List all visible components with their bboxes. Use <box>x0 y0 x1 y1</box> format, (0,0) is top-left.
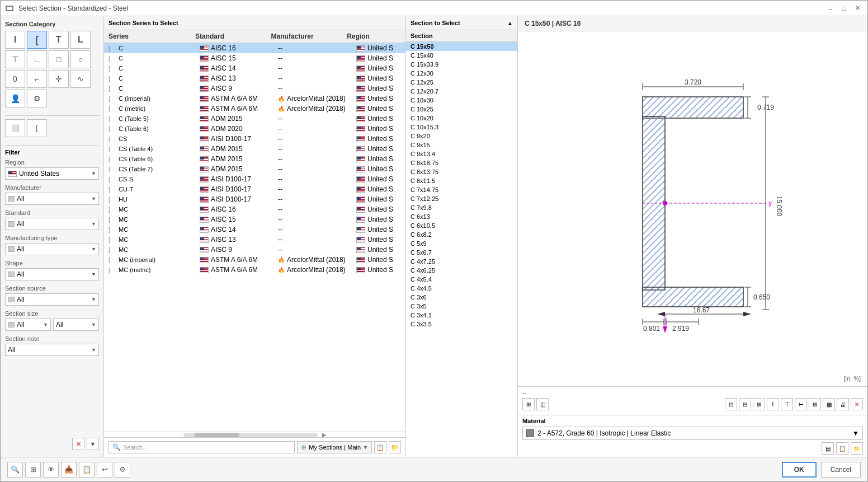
section-item[interactable]: C 7x9.8 <box>406 203 517 212</box>
preview-tool-10[interactable]: ▦ <box>823 398 835 410</box>
series-row[interactable]: [ MC (metric) ASTM A 6/A 6M 🔥ArcelorMitt… <box>104 265 405 275</box>
material-tool-1[interactable]: ▤ <box>822 442 834 455</box>
series-row[interactable]: [ MC (imperial) ASTM A 6/A 6M 🔥ArcelorMi… <box>104 255 405 265</box>
series-row[interactable]: [ C (metric) ASTM A 6/A 6M 🔥ArcelorMitta… <box>104 104 405 114</box>
series-row[interactable]: [ CS (Table 4) ADM 2015 -- United S <box>104 144 405 154</box>
series-row[interactable]: [ C AISC 13 -- United S <box>104 73 405 83</box>
section-item[interactable]: C 8x13.75 <box>406 167 517 176</box>
preview-tool-4[interactable]: ⊟ <box>739 398 751 410</box>
shape-cross[interactable]: ✛ <box>49 70 69 88</box>
section-item[interactable]: C 8x18.75 <box>406 158 517 167</box>
section-item[interactable]: C 4x7.25 <box>406 257 517 266</box>
shape-l-angle[interactable]: L <box>70 31 91 49</box>
shape-z-section[interactable]: ∟ <box>27 50 47 68</box>
section-item[interactable]: C 12x30 <box>406 69 517 78</box>
section-item[interactable]: C 7x12.25 <box>406 194 517 203</box>
section-item[interactable]: C 15x40 <box>406 51 517 60</box>
section-item[interactable]: C 3x5 <box>406 302 517 311</box>
shape-person[interactable]: 👤 <box>5 90 25 107</box>
action-search-button[interactable]: 🔍 <box>7 462 23 478</box>
action-settings-button[interactable]: ⚙ <box>115 462 130 478</box>
preview-tool-2[interactable]: ◫ <box>536 398 549 410</box>
preview-tool-9[interactable]: ⊞ <box>809 398 821 410</box>
series-row[interactable]: [ C AISC 9 -- United S <box>104 83 405 93</box>
shape-custom[interactable]: ⚙ <box>27 90 47 107</box>
my-sections-box[interactable]: ⊕ My Sections | Main ▼ <box>297 441 372 453</box>
maximize-button[interactable]: □ <box>838 3 850 14</box>
material-select[interactable]: 2 - A572, Grade 60 | Isotropic | Linear … <box>522 427 863 440</box>
section-item[interactable]: C 8x11.5 <box>406 176 517 185</box>
section-note-select[interactable]: All ▼ <box>5 344 99 356</box>
section-item[interactable]: C 15x33.9 <box>406 60 517 69</box>
section-item[interactable]: C 9x15 <box>406 141 517 149</box>
series-row[interactable]: [ CS (Table 7) ADM 2015 -- United S <box>104 164 405 174</box>
filter-options-button[interactable]: ▼ <box>87 438 99 450</box>
preview-tool-3[interactable]: ⊡ <box>725 398 737 410</box>
series-scrollbar[interactable]: ▶ <box>104 432 405 437</box>
section-item[interactable]: C 6x10.5 <box>406 221 517 230</box>
section-item[interactable]: C 4x4.5 <box>406 284 517 293</box>
standard-select[interactable]: All ▼ <box>5 218 99 230</box>
section-item[interactable]: C 3x4.1 <box>406 311 517 320</box>
series-row[interactable]: [ CS AISI D100-17 -- United S <box>104 134 405 144</box>
section-item[interactable]: C 4x5.4 <box>406 275 517 284</box>
section-item[interactable]: C 10x20 <box>406 114 517 123</box>
series-row[interactable]: [ CS-S AISI D100-17 -- United S <box>104 174 405 184</box>
series-row[interactable]: [ C (Table 6) ADM 2020 -- United S <box>104 124 405 134</box>
series-row[interactable]: [ MC AISC 14 -- United S <box>104 224 405 235</box>
section-item[interactable]: C 9x20 <box>406 132 517 141</box>
section-size-select2[interactable]: All ▼ <box>53 319 99 331</box>
section-item[interactable]: C 3x6 <box>406 293 517 302</box>
series-row[interactable]: [ CS (Table 6) ADM 2015 -- United S <box>104 154 405 164</box>
shape-extra1[interactable]: ⬜ <box>5 119 25 137</box>
ok-button[interactable]: OK <box>782 462 817 478</box>
series-row[interactable]: [ C AISC 16 -- United S <box>104 43 405 53</box>
series-row[interactable]: [ C AISC 15 -- United S <box>104 53 405 63</box>
series-row[interactable]: [ HU AISI D100-17 -- United S <box>104 194 405 204</box>
action-import-button[interactable]: 📥 <box>61 462 77 478</box>
cancel-button[interactable]: Cancel <box>821 462 861 478</box>
shape-t-unequal[interactable]: ⊤ <box>5 50 25 68</box>
section-item[interactable]: C 6x8.2 <box>406 230 517 239</box>
series-row[interactable]: [ C (Table 5) ADM 2015 -- United S <box>104 114 405 124</box>
series-row[interactable]: [ MC AISC 9 -- United S <box>104 245 405 255</box>
clear-filter-button[interactable]: ✕ <box>72 438 84 450</box>
shape-zero[interactable]: 0 <box>5 70 25 88</box>
shape-wave[interactable]: ∿ <box>70 70 91 88</box>
add-section-button[interactable]: 📋 <box>374 441 386 453</box>
shape-circ-hollow[interactable]: ○ <box>70 50 91 68</box>
shape-c-channel[interactable]: [ <box>27 31 47 49</box>
shape-filter-select[interactable]: All ▼ <box>5 268 99 280</box>
section-item[interactable]: C 7x14.75 <box>406 185 517 194</box>
preview-tool-6[interactable]: I <box>767 398 779 410</box>
preview-tool-close[interactable]: ✕ <box>851 398 863 410</box>
section-scroll-up-icon[interactable]: ▲ <box>507 20 513 26</box>
region-select[interactable]: United States ▼ <box>5 167 99 180</box>
folder-button[interactable]: 📁 <box>389 441 401 453</box>
preview-tool-print[interactable]: 🖨 <box>837 398 849 410</box>
preview-tool-5[interactable]: ⊞ <box>753 398 765 410</box>
search-box[interactable]: 🔍 Search... <box>108 441 295 453</box>
shape-extra2[interactable]: [ <box>27 119 47 137</box>
action-grid-button[interactable]: ⊞ <box>25 462 41 478</box>
section-item[interactable]: C 10x25 <box>406 105 517 114</box>
series-row[interactable]: [ MC AISC 13 -- United S <box>104 235 405 245</box>
manufacturer-select[interactable]: All ▼ <box>5 193 99 205</box>
shape-t-section[interactable]: T <box>49 31 69 49</box>
minimize-button[interactable]: – <box>825 3 836 14</box>
series-row[interactable]: [ C (imperial) ASTM A 6/A 6M 🔥ArcelorMit… <box>104 93 405 104</box>
section-item[interactable]: C 3x3.5 <box>406 320 517 329</box>
action-undo-button[interactable]: ↩ <box>97 462 112 478</box>
series-row[interactable]: [ C AISC 14 -- United S <box>104 63 405 73</box>
section-item[interactable]: C 4x6.25 <box>406 266 517 275</box>
section-item[interactable]: C 9x13.4 <box>406 149 517 158</box>
section-item[interactable]: C 6x13 <box>406 212 517 221</box>
action-eye-button[interactable]: 👁 <box>43 462 59 478</box>
shape-i-beam[interactable]: I <box>5 31 25 49</box>
material-tool-3[interactable]: 📁 <box>851 442 863 455</box>
section-item[interactable]: C 12x25 <box>406 78 517 87</box>
section-item[interactable]: C 5x9 <box>406 239 517 248</box>
series-row[interactable]: [ MC AISC 15 -- United S <box>104 214 405 224</box>
mfgtype-select[interactable]: All ▼ <box>5 243 99 255</box>
shape-rect-hollow[interactable]: □ <box>49 50 69 68</box>
